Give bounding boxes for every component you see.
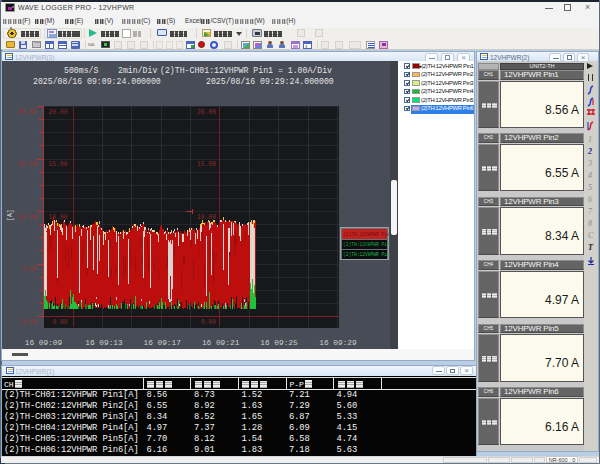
svg-text:2025/08/16 09:29:24.000000: 2025/08/16 09:29:24.000000	[206, 77, 334, 86]
svg-text:[A]: [A]	[7, 209, 14, 221]
svg-text:16 09:13: 16 09:13	[85, 339, 123, 347]
svg-text:16 09:21: 16 09:21	[202, 339, 240, 347]
svg-text:16 09:25: 16 09:25	[260, 339, 298, 347]
svg-text:500ms/S: 500ms/S	[64, 66, 98, 75]
svg-text:10.00: 10.00	[49, 214, 68, 221]
svg-text:(2)TH:12VHPWR Pin: (2)TH:12VHPWR Pin	[343, 232, 390, 237]
svg-text:(2)TH-CH01:12VHPWR Pin1 = 1.00: (2)TH-CH01:12VHPWR Pin1 = 1.00A/Div	[160, 66, 332, 75]
svg-text:15.00: 15.00	[197, 161, 216, 168]
svg-text:(2)TH:12VHPWR Pin: (2)TH:12VHPWR Pin	[343, 242, 390, 247]
svg-text:10.00: 10.00	[197, 214, 216, 221]
svg-text:15.00: 15.00	[49, 161, 68, 168]
svg-text:20.00: 20.00	[197, 109, 216, 116]
svg-text:0.00: 0.00	[201, 319, 216, 326]
svg-text:20.00: 20.00	[49, 109, 68, 116]
svg-text:20.00: 20.00	[18, 109, 37, 116]
svg-text:5.00: 5.00	[22, 266, 37, 273]
svg-text:0.00: 0.00	[52, 319, 67, 326]
svg-text:15.00: 15.00	[18, 161, 37, 168]
svg-text:16 09:17: 16 09:17	[143, 339, 181, 347]
svg-text:(2)TH:12VHPWR Pin: (2)TH:12VHPWR Pin	[343, 252, 390, 257]
svg-text:16 09:09: 16 09:09	[25, 339, 63, 347]
svg-text:16 09:29: 16 09:29	[319, 339, 357, 347]
svg-text:2025/08/16 09:09:24.000000: 2025/08/16 09:09:24.000000	[33, 77, 161, 86]
svg-text:2min/Div: 2min/Div	[118, 66, 157, 75]
svg-text:10.00: 10.00	[18, 214, 37, 221]
svg-text:0.00: 0.00	[22, 319, 37, 326]
